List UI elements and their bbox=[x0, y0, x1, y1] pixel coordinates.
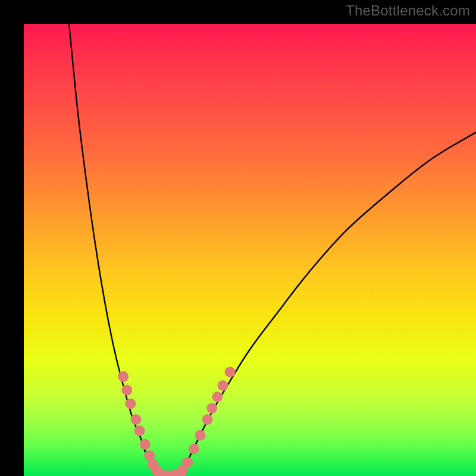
data-point bbox=[212, 392, 223, 402]
watermark-text: TheBottleneck.com bbox=[346, 2, 470, 19]
data-point bbox=[195, 430, 205, 441]
data-point bbox=[225, 367, 236, 377]
plot-area bbox=[24, 24, 476, 476]
data-point bbox=[217, 380, 228, 391]
data-point bbox=[167, 470, 177, 476]
marker-group bbox=[118, 367, 235, 476]
data-point bbox=[151, 465, 162, 476]
data-point bbox=[161, 470, 172, 476]
data-point bbox=[148, 459, 158, 470]
data-point bbox=[125, 398, 136, 409]
data-point bbox=[118, 371, 129, 382]
data-point bbox=[144, 450, 155, 461]
curve-svg bbox=[24, 24, 476, 476]
data-point bbox=[171, 469, 182, 476]
data-point bbox=[182, 457, 193, 468]
data-point bbox=[177, 465, 187, 476]
bottleneck-curve bbox=[69, 24, 476, 476]
data-point bbox=[189, 443, 199, 454]
data-point bbox=[202, 414, 213, 425]
data-point bbox=[206, 403, 217, 414]
data-point bbox=[134, 425, 145, 436]
data-point bbox=[140, 439, 151, 450]
chart-frame: TheBottleneck.com bbox=[0, 0, 476, 476]
curve-group bbox=[69, 24, 476, 476]
data-point bbox=[121, 385, 132, 396]
data-point bbox=[156, 469, 167, 476]
data-point bbox=[130, 414, 141, 425]
